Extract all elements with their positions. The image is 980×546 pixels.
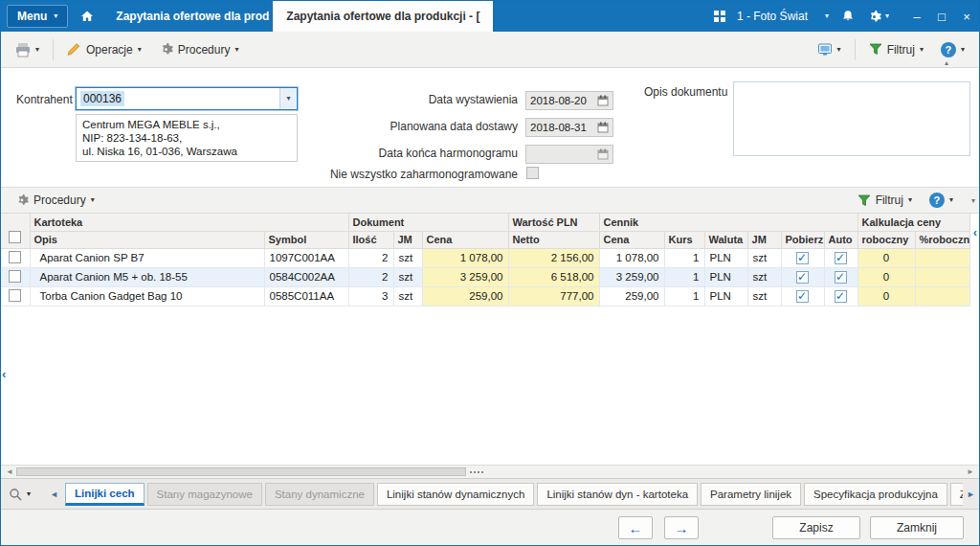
planowana-data-dostawy-field[interactable]: 2018-08-31 [525,118,613,137]
zamknij-button[interactable]: Zamknij [870,516,964,539]
tab-document-active[interactable]: Zapytania ofertowe dla produkcji - [ [273,1,493,32]
collapse-toolbar-chevron-up-icon[interactable]: ▴ [945,58,948,67]
close-button[interactable]: × [954,1,979,32]
tab-document-background[interactable]: Zapytania ofertowe dla prod [102,1,273,32]
cell-procroboczny[interactable] [915,286,969,306]
cell-netto[interactable]: 2 156,00 [508,248,599,267]
cell-select[interactable] [1,248,30,267]
pobierz-checkbox[interactable] [796,290,809,303]
tab-prev-icon[interactable]: ◄ [46,489,62,499]
cell-opis[interactable]: Aparat Canion SP B7 [30,248,264,267]
group-header-dokument[interactable]: Dokument [348,214,508,231]
group-header-cennik[interactable]: Cennik [599,214,858,231]
scrollbar-thumb[interactable] [16,467,466,476]
previous-record-button[interactable]: ← [618,516,653,539]
cell-roboczny[interactable]: 0 [858,248,915,267]
collapse-right-pane-chevron-icon[interactable]: ‹ [973,225,977,239]
cell-pobierz[interactable] [781,267,824,286]
cell-jm[interactable]: szt [393,286,422,306]
cell-ilosc[interactable]: 2 [348,248,393,267]
cell-pobierz[interactable] [781,248,824,267]
settings-button[interactable]: ▾ [867,10,889,24]
calendar-icon[interactable] [597,122,609,133]
cell-opis[interactable]: Torba Canion Gadget Bag 10 [30,286,264,306]
cell-cena[interactable]: 3 259,00 [422,267,508,286]
cell-waluta[interactable]: PLN [704,286,747,306]
bottom-tab-linijki-cech[interactable]: Linijki cech [65,483,145,506]
data-wystawienia-field[interactable]: 2018-08-20 [525,91,613,110]
group-header-kartoteka[interactable]: Kartoteka [30,214,348,231]
pobierz-checkbox[interactable] [796,271,809,284]
cell-kurs[interactable]: 1 [664,286,704,306]
row-checkbox[interactable] [9,270,21,283]
next-record-button[interactable]: → [664,516,699,539]
cell-procroboczny[interactable] [915,248,969,267]
minimize-button[interactable]: – [904,1,929,32]
grid-filtruj-button[interactable]: Filtruj ▾ [851,189,919,212]
collapse-left-pane-chevron-icon[interactable]: ‹ [2,367,6,381]
cell-auto[interactable] [824,248,858,267]
opis-dokumentu-textarea[interactable] [733,81,970,156]
column-header-ilosc[interactable]: Ilość [348,231,393,248]
cell-jm2[interactable]: szt [747,267,781,286]
column-header-roboczny[interactable]: roboczny [858,231,915,248]
cell-jm[interactable]: szt [393,248,422,267]
grid-procedury-button[interactable]: Procedury ▾ [9,189,101,212]
cell-select[interactable] [1,267,30,286]
table-row[interactable]: Torba Canion Gadget Bag 10 0585C011AA 3 … [1,286,969,306]
auto-checkbox[interactable] [835,252,847,264]
pobierz-checkbox[interactable] [796,252,809,264]
group-header-wartosc-pln[interactable]: Wartość PLN [508,214,599,231]
horizontal-scrollbar[interactable]: ◄ ► [1,465,979,478]
filtruj-button[interactable]: Filtruj ▾ [862,38,930,61]
table-row[interactable]: Aparat Canion M5 + ob. 18-55 0584C002AA … [1,267,969,286]
maximize-button[interactable]: □ [929,1,954,32]
row-checkbox[interactable] [9,251,21,263]
collapse-grid-toolbar-chevron-down-icon[interactable]: ▾ [971,196,975,205]
column-header-symbol[interactable]: Symbol [264,231,348,248]
row-checkbox[interactable] [9,289,21,302]
cell-auto[interactable] [824,286,858,306]
cell-pobierz[interactable] [781,286,824,306]
cell-opis[interactable]: Aparat Canion M5 + ob. 18-55 [30,267,264,286]
bottom-tab-stany-magazynowe[interactable]: Stany magazynowe [147,483,262,506]
cell-symbol[interactable]: 0584C002AA [264,267,348,286]
cell-symbol[interactable]: 1097C001AA [264,248,348,267]
bottom-tab-linijki-stanow-dynamicznych[interactable]: Linijki stanów dynamicznych [377,483,534,506]
help-button[interactable]: ? ▾ [934,37,971,62]
cell-jm2[interactable]: szt [747,286,781,306]
column-header-netto[interactable]: Netto [508,231,599,248]
cell-select[interactable] [1,286,30,306]
group-header-kalkulacja-ceny[interactable]: Kalkulacja ceny [858,214,969,231]
cell-symbol[interactable]: 0585C011AA [264,286,348,306]
cell-kurs[interactable]: 1 [664,267,704,286]
column-header-pobierz[interactable]: Pobierz [781,231,824,248]
column-header-jm[interactable]: JM [393,231,422,248]
column-header-auto[interactable]: Auto [824,231,858,248]
select-all-checkbox[interactable] [9,231,21,243]
cell-cennik-cena[interactable]: 3 259,00 [599,267,664,286]
company-selector[interactable]: 1 - Foto Świat ▾ [737,10,829,23]
column-header-cennik-cena[interactable]: Cena [599,231,664,248]
procedury-button[interactable]: Procedury ▾ [152,37,246,61]
select-all-header[interactable] [1,214,30,248]
cell-kurs[interactable]: 1 [664,248,704,267]
table-row[interactable]: Aparat Canion SP B7 1097C001AA 2 szt 1 0… [1,248,969,267]
cell-ilosc[interactable]: 3 [348,286,393,306]
auto-checkbox[interactable] [835,290,847,303]
search-tool-button[interactable]: ▾ [5,485,34,504]
cell-waluta[interactable]: PLN [704,267,747,286]
view-settings-button[interactable]: ▾ [811,37,848,62]
cell-cena[interactable]: 259,00 [422,286,508,306]
column-header-kurs[interactable]: Kurs [664,231,704,248]
cell-cennik-cena[interactable]: 1 078,00 [599,248,664,267]
cell-jm[interactable]: szt [393,267,422,286]
grid-help-button[interactable]: ? ▾ [923,188,960,213]
menu-button[interactable]: Menu ▾ [7,5,68,28]
bottom-tab-linijki-stanow-dyn-kartoteka[interactable]: Linijki stanów dyn - kartoteka [537,483,698,506]
operacje-button[interactable]: Operacje ▾ [60,37,148,61]
cell-auto[interactable] [824,267,858,286]
bottom-tab-specyfikacja-produkcyjna[interactable]: Specyfikacja produkcyjna [804,483,947,506]
cell-cennik-cena[interactable]: 259,00 [599,286,664,306]
zapisz-button[interactable]: Zapisz [772,516,860,539]
